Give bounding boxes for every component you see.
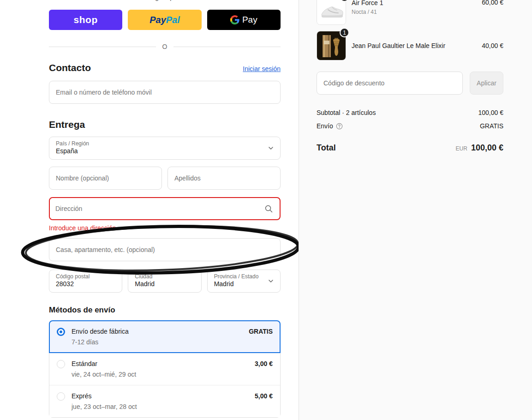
express-checkout-heading: Pago rápido [49, 0, 281, 1]
shipping-option-price: 3,00 € [255, 359, 273, 368]
help-question-icon[interactable] [336, 123, 343, 130]
apply-discount-button[interactable]: Aplicar [470, 72, 503, 95]
google-g-icon [230, 15, 239, 24]
shipping-methods-title: Métodos de envío [49, 306, 281, 315]
city-field: Ciudad [128, 270, 201, 293]
first-name-input[interactable] [49, 167, 162, 190]
shipping-cost-value: GRATIS [480, 122, 503, 130]
shipping-option-factory[interactable]: Envío desde fábrica 7-12 días GRATIS [49, 320, 281, 353]
shipping-option-detail: jue, 23 oct–mar, 28 oct [72, 402, 255, 411]
quantity-badge: 1 [340, 28, 349, 37]
shipping-option-name: Estándar [72, 360, 97, 367]
email-input[interactable] [49, 81, 281, 104]
province-select[interactable]: Provincia / Estado Madrid [207, 270, 281, 293]
last-name-input[interactable] [167, 167, 281, 190]
search-icon [264, 204, 273, 213]
shipping-methods-group: Envío desde fábrica 7-12 días GRATIS Est… [49, 320, 281, 418]
login-link[interactable]: Iniciar sesión [243, 65, 281, 72]
address-error: Introduce una dirección [49, 224, 281, 232]
product-price: 60,00 € [482, 0, 503, 6]
delivery-title: Entrega [49, 119, 281, 130]
total-row: Total EUR 100,00 € [317, 143, 503, 153]
province-value: Madrid [214, 280, 274, 288]
postal-code-label: Código postal [56, 273, 115, 280]
cart-item-perfume: 1 Jean Paul Gaultier Le Male Elixir 40,0… [317, 31, 503, 60]
paypal-button[interactable]: PayPal [128, 10, 201, 30]
cart-item-air-force-1: 1 Air Force 1 Nocta / 41 60,00 € [317, 0, 503, 25]
product-price: 40,00 € [482, 42, 503, 49]
checkout-form-column: Pago rápido shop PayPal [0, 0, 299, 420]
checkout-page: Pago rápido shop PayPal [0, 0, 532, 420]
shipping-option-price: GRATIS [249, 327, 273, 336]
product-title: Air Force 1 [352, 0, 477, 7]
postal-code-field: Código postal [49, 270, 122, 293]
radio-selected-icon[interactable] [57, 328, 65, 336]
or-divider: O [49, 43, 281, 50]
shipping-cost-row: Envío GRATIS [317, 122, 503, 130]
radio-unselected-icon[interactable] [57, 360, 65, 368]
divider-line [173, 47, 281, 47]
discount-section: Aplicar [317, 72, 503, 95]
shipping-option-detail: 7-12 días [72, 337, 249, 347]
paypal-logo: PayPal [149, 15, 180, 25]
currency-code: EUR [456, 145, 467, 152]
shipping-option-price: 5,00 € [255, 391, 273, 401]
shop-pay-logo: shop [74, 14, 98, 25]
shipping-option-standard[interactable]: Estándar vie, 24 oct–mié, 29 oct 3,00 € [49, 353, 280, 385]
order-summary-panel: 1 Air Force 1 Nocta / 41 60,00 € [299, 0, 532, 420]
city-label: Ciudad [135, 273, 194, 280]
total-value: 100,00 € [471, 143, 503, 153]
shipping-option-express[interactable]: Exprés jue, 23 oct–mar, 28 oct 5,00 € [49, 385, 280, 417]
product-image-sneaker [317, 0, 346, 25]
subtotal-value: 100,00 € [478, 109, 504, 116]
shipping-option-name: Exprés [72, 392, 92, 400]
gpay-label: Pay [242, 15, 257, 25]
express-checkout-buttons: shop PayPal Pay [49, 10, 281, 30]
city-input[interactable] [135, 280, 194, 288]
google-pay-button[interactable]: Pay [207, 10, 281, 30]
divider-label: O [162, 43, 167, 50]
chevron-down-icon [268, 278, 274, 284]
total-label: Total [317, 143, 336, 153]
address-input[interactable] [50, 198, 264, 219]
shipping-cost-label: Envío [317, 122, 333, 130]
chevron-down-icon [268, 145, 274, 151]
radio-unselected-icon[interactable] [57, 392, 65, 401]
country-select[interactable]: País / Región España [49, 137, 281, 160]
shipping-option-detail: vie, 24 oct–mié, 29 oct [72, 370, 255, 379]
address2-input[interactable] [49, 238, 281, 261]
country-label: País / Región [56, 140, 274, 147]
country-value: España [56, 147, 274, 155]
divider-line [49, 47, 156, 47]
product-variant: Nocta / 41 [352, 9, 477, 15]
shop-pay-button[interactable]: shop [49, 10, 122, 30]
subtotal-row: Subtotal · 2 artículos 100,00 € [317, 109, 503, 116]
discount-code-input[interactable] [317, 72, 463, 95]
contact-title: Contacto [49, 62, 91, 73]
address-field-error-state [49, 197, 281, 220]
subtotal-label: Subtotal · 2 artículos [317, 109, 376, 116]
shipping-option-name: Envío desde fábrica [72, 328, 129, 335]
postal-code-input[interactable] [56, 280, 115, 288]
province-label: Provincia / Estado [214, 273, 274, 280]
product-title: Jean Paul Gaultier Le Male Elixir [352, 42, 477, 50]
